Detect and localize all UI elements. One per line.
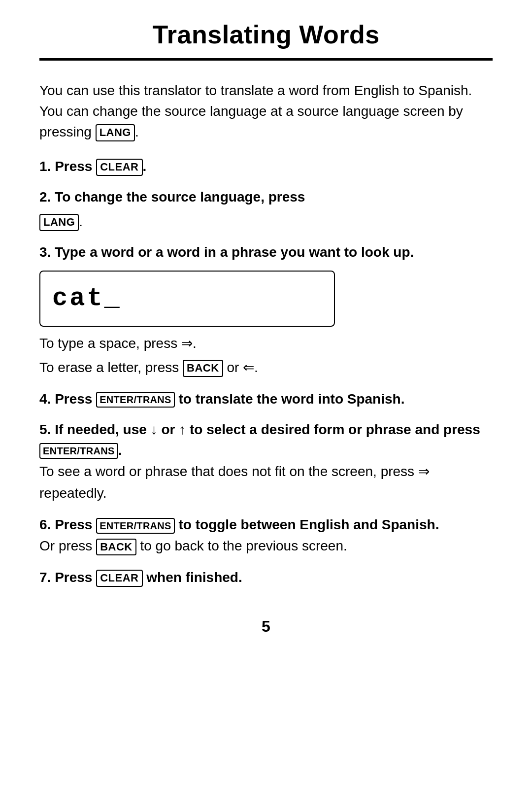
step-3: 3. Type a word or a word in a phrase you… [39, 242, 493, 379]
right-arrow-icon: ⇒ [181, 336, 193, 351]
back-key-step6: BACK [96, 539, 136, 556]
step-5-number: 5. [39, 422, 55, 437]
intro-paragraph: You can use this translator to translate… [39, 80, 493, 142]
step-6-text: 6. Press ENTER/TRANS to toggle between E… [39, 517, 439, 532]
lang-key-intro: LANG [96, 124, 135, 141]
screen-note-text: To see a word or phrase that does not fi… [39, 464, 418, 479]
clear-key-1: CLEAR [96, 159, 142, 176]
back-note-rest: to go back to the previous screen. [140, 538, 347, 553]
step-1-bold: Press [55, 159, 96, 174]
page-number: 5 [39, 617, 493, 636]
step-7-text: 7. Press CLEAR when finished. [39, 570, 242, 585]
step-2-text: 2. To change the source language, press [39, 189, 305, 205]
lang-key-step2: LANG [39, 214, 79, 231]
space-note: To type a space, press ⇒. [39, 333, 493, 355]
right-arrow-icon-2: ⇒ [418, 464, 430, 479]
step-1-text: 1. Press CLEAR. [39, 159, 146, 174]
step-5-sub-notes: To see a word or phrase that does not fi… [39, 461, 493, 505]
steps-list: 1. Press CLEAR. 2. To change the source … [39, 156, 493, 588]
step-1-number: 1. [39, 159, 55, 174]
input-display-text: cat_ [52, 279, 122, 318]
erase-or: or [227, 360, 243, 375]
title-divider [39, 58, 493, 61]
enter-trans-key-step5: ENTER/TRANS [39, 443, 118, 459]
step-6-number: 6. [39, 517, 55, 532]
step-5: 5. If needed, use ↓ or ↑ to select a des… [39, 419, 493, 505]
left-arrow-icon: ⇐ [243, 360, 254, 375]
back-key-step3: BACK [183, 360, 223, 377]
step-2-lang-block: LANG. [39, 211, 493, 232]
erase-note: To erase a letter, press BACK or ⇐. [39, 357, 493, 379]
step-3-sub-notes: To type a space, press ⇒. To erase a let… [39, 333, 493, 379]
clear-key-2: CLEAR [96, 570, 142, 587]
step-6: 6. Press ENTER/TRANS to toggle between E… [39, 514, 493, 557]
step-2: 2. To change the source language, press … [39, 187, 493, 232]
erase-note-text: To erase a letter, press [39, 360, 183, 375]
step-7-number: 7. [39, 570, 55, 585]
step-7: 7. Press CLEAR when finished. [39, 567, 493, 588]
page-title: Translating Words [39, 20, 493, 49]
step-4-text: 4. Press ENTER/TRANS to translate the wo… [39, 391, 404, 407]
step-6-sub-notes: Or press BACK to go back to the previous… [39, 535, 493, 557]
step-1: 1. Press CLEAR. [39, 156, 493, 177]
step-5-text: 5. If needed, use ↓ or ↑ to select a des… [39, 422, 480, 458]
step-3-text: 3. Type a word or a word in a phrase you… [39, 244, 414, 260]
step-2-period: . [79, 214, 83, 229]
input-display: cat_ [39, 271, 335, 327]
enter-trans-key-step4: ENTER/TRANS [96, 392, 175, 408]
step-4-number: 4. [39, 391, 55, 407]
screen-note: To see a word or phrase that does not fi… [39, 461, 493, 505]
back-note-text: Or press [39, 538, 96, 553]
step-3-number: 3. [39, 244, 55, 260]
enter-trans-key-step6: ENTER/TRANS [96, 518, 175, 534]
step-2-number: 2. [39, 189, 55, 205]
step-4: 4. Press ENTER/TRANS to translate the wo… [39, 389, 493, 410]
back-note: Or press BACK to go back to the previous… [39, 535, 493, 557]
space-note-text: To type a space, press [39, 336, 181, 351]
screen-rest: repeatedly. [39, 485, 106, 501]
